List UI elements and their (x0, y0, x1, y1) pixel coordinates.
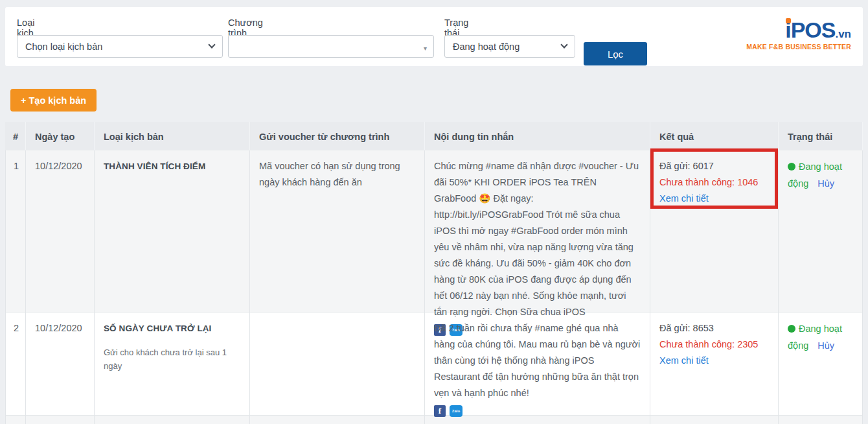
status-dot-icon (788, 163, 795, 171)
message-content: Đã 2 tuần rồi chưa thấy #name ghé qua nh… (434, 320, 641, 401)
chevron-down-icon: ▾ (424, 45, 427, 52)
row-index: 1 (5, 150, 26, 312)
failed-count: Chưa thành công: 1046 (659, 174, 769, 191)
sent-count: Đã gửi: 6017 (659, 158, 769, 174)
voucher-description (250, 312, 425, 415)
logo-tagline: MAKE F&B BUSINESS BETTER (735, 43, 851, 51)
sent-count: Đã gửi: 8653 (659, 320, 769, 336)
status-select[interactable]: Đang hoạt động (444, 35, 575, 58)
chevron-down-icon (560, 41, 567, 48)
create-scenario-button[interactable]: + Tạo kịch bản (10, 89, 97, 112)
status-value: Đang hoạt động (453, 41, 520, 52)
header-result: Kết quả (650, 122, 779, 150)
scenario-type-select[interactable]: Chọn loại kịch bản (17, 35, 223, 58)
row-index: 2 (5, 312, 26, 415)
header-index: # (5, 122, 26, 150)
header-created: Ngày tạo (26, 122, 95, 150)
filter-button[interactable]: Lọc (584, 42, 647, 65)
scenario-type-note: Gửi cho khách chưa trở lại sau 1 ngày (104, 346, 240, 373)
chevron-down-icon (208, 41, 215, 48)
header-message: Nội dung tin nhắn (425, 122, 650, 150)
table-row-partial (5, 416, 863, 424)
failed-count: Chưa thành công: 2305 (659, 336, 769, 353)
scenario-type-value: Chọn loại kịch bản (25, 41, 102, 52)
header-status: Trạng thái (779, 122, 863, 150)
header-type: Loại kịch bản (95, 122, 250, 150)
view-detail-link[interactable]: Xem chi tiết (659, 353, 769, 369)
cancel-link[interactable]: Hủy (817, 340, 834, 351)
table-row: 1 10/12/2020 THÀNH VIÊN TÍCH ĐIỂM Mã vou… (5, 150, 863, 312)
row-created-date: 10/12/2020 (26, 312, 95, 415)
ipos-logo: iPOS.vn MAKE F&B BUSINESS BETTER (735, 19, 851, 51)
voucher-description: Mã voucher có hạn sử dụng trong ngày khá… (250, 150, 425, 312)
header-voucher: Gửi voucher từ chương trình (250, 122, 425, 150)
status-dot-icon (788, 325, 795, 333)
filter-bar: Loại kịch bản Chọn loại kịch bản Chương … (5, 7, 863, 66)
message-content: Chúc mừng #name đã nhận được #voucher - … (434, 158, 641, 320)
row-created-date: 10/12/2020 (26, 150, 95, 312)
scenario-type-name: SỐ NGÀY CHƯA TRỞ LẠI (104, 320, 240, 336)
table-header-row: # Ngày tạo Loại kịch bản Gửi voucher từ … (5, 122, 863, 150)
cancel-link[interactable]: Hủy (817, 178, 834, 189)
scenario-table: # Ngày tạo Loại kịch bản Gửi voucher từ … (5, 122, 863, 424)
table-row: 2 10/12/2020 SỐ NGÀY CHƯA TRỞ LẠI Gửi ch… (5, 312, 863, 416)
program-select[interactable]: ▾ (228, 35, 434, 58)
logo-wordmark: iPOS.vn (785, 19, 851, 41)
scenario-type-name: THÀNH VIÊN TÍCH ĐIỂM (104, 158, 240, 174)
view-detail-link[interactable]: Xem chi tiết (659, 191, 769, 207)
logo-dot (786, 18, 791, 23)
